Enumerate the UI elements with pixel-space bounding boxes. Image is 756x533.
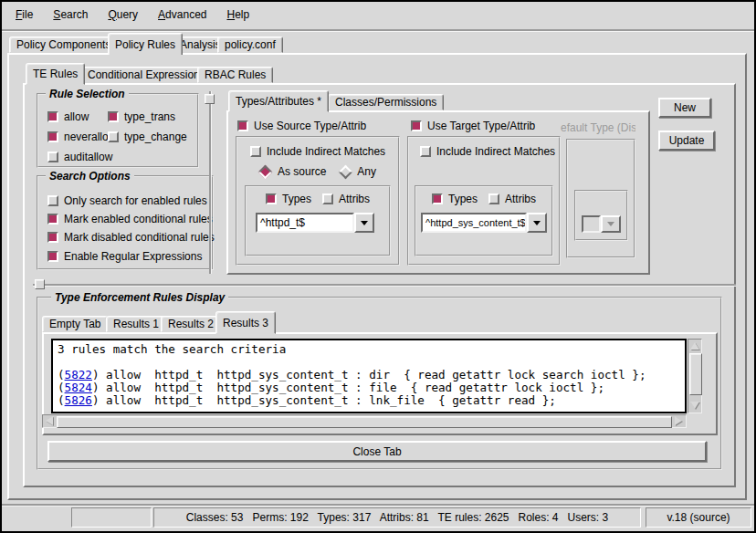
status-stats-box: Classes: 53 Perms: 192 Types: 317 Attrib… bbox=[153, 507, 641, 528]
menu-search[interactable]: Search bbox=[50, 6, 90, 23]
target-types-row: Types Attribs bbox=[415, 193, 553, 205]
checkbox-target-attribs[interactable]: Attribs bbox=[488, 193, 536, 205]
result-rule-line: (5822) allow httpd_t httpd_sys_content_t… bbox=[58, 369, 680, 381]
menu-advanced[interactable]: Advanced bbox=[155, 6, 209, 23]
checkbox-indicator bbox=[488, 193, 499, 204]
dropdown-button[interactable] bbox=[527, 213, 547, 233]
checkbox-indicator bbox=[47, 214, 58, 225]
menu-separator bbox=[2, 29, 754, 31]
tab-conditional-expressions[interactable]: Conditional Expressions bbox=[80, 67, 213, 83]
checkbox-only-enabled-rules[interactable]: Only search for enabled rules bbox=[47, 194, 207, 207]
tab-policy-rules[interactable]: Policy Rules bbox=[108, 33, 183, 55]
checkbox-indicator bbox=[322, 193, 333, 204]
tab-results-2[interactable]: Results 2 bbox=[161, 316, 221, 332]
results-text-area[interactable]: 3 rules match the search criteria (5822)… bbox=[51, 339, 687, 413]
checkbox-indicator bbox=[411, 120, 422, 131]
checkbox-indicator bbox=[47, 232, 58, 243]
source-combo-dropdown-button[interactable] bbox=[354, 213, 374, 233]
status-empty-box bbox=[71, 507, 152, 528]
source-radio-row: As source Any bbox=[241, 165, 394, 178]
dropdown-button bbox=[601, 215, 621, 233]
blank-line bbox=[58, 356, 680, 369]
close-tab-button[interactable]: Close Tab bbox=[47, 441, 707, 462]
target-type-entry[interactable]: ^httpd_sys_content_t$ bbox=[421, 213, 527, 233]
horizontal-sash bbox=[33, 284, 736, 286]
checkbox-allow[interactable]: allow bbox=[47, 110, 89, 123]
checkbox-source-types[interactable]: Types bbox=[266, 193, 311, 205]
checkbox-source-include-indirect[interactable]: Include Indirect Matches bbox=[250, 145, 385, 158]
checkbox-source-attribs[interactable]: Attribs bbox=[322, 193, 370, 205]
status-version-box: v.18 (source) bbox=[646, 507, 751, 528]
checkbox-mark-disabled-conditional[interactable]: Mark disabled conditional rules bbox=[47, 231, 215, 244]
vertical-sash-handle[interactable] bbox=[205, 94, 215, 104]
app-window: File Search Query Advanced Help Policy C… bbox=[0, 0, 756, 533]
tab-results-1[interactable]: Results 1 bbox=[106, 316, 166, 332]
radio-as-source[interactable]: As source bbox=[259, 165, 326, 178]
checkbox-indicator bbox=[432, 193, 443, 204]
horizontal-scrollbar[interactable] bbox=[42, 414, 687, 428]
rule-id-link[interactable]: 5824 bbox=[65, 381, 92, 394]
source-type-combobox: ^httpd_t$ bbox=[256, 213, 374, 233]
checkbox-target-types[interactable]: Types bbox=[432, 193, 478, 205]
scroll-right-arrow-icon[interactable] bbox=[675, 416, 682, 425]
horizontal-sash-handle[interactable] bbox=[35, 279, 45, 289]
tab-te-rules[interactable]: TE Rules bbox=[26, 63, 85, 85]
tab-policy-components[interactable]: Policy Components bbox=[9, 37, 118, 53]
dropdown-arrow-icon bbox=[607, 222, 614, 226]
checkbox-target-include-indirect[interactable]: Include Indirect Matches bbox=[420, 145, 555, 158]
checkbox-neverallow[interactable]: neverallow bbox=[47, 131, 116, 143]
result-rule-line: (5824) allow httpd_t httpd_sys_content_t… bbox=[58, 381, 680, 394]
target-type-combobox: ^httpd_sys_content_t$ bbox=[421, 213, 547, 233]
checkbox-indicator bbox=[47, 152, 58, 162]
tab-empty-tab[interactable]: Empty Tab bbox=[42, 316, 108, 332]
checkbox-indicator bbox=[47, 111, 58, 122]
new-button[interactable]: New bbox=[658, 98, 711, 118]
search-options-title: Search Options bbox=[46, 170, 134, 183]
checkbox-indicator bbox=[47, 195, 58, 206]
checkbox-enable-regex[interactable]: Enable Regular Expressions bbox=[47, 250, 202, 263]
status-stats: Classes: 53 Perms: 192 Types: 317 Attrib… bbox=[186, 511, 608, 524]
tab-types-attributes[interactable]: Types/Attributes * bbox=[228, 90, 329, 112]
radio-indicator bbox=[339, 165, 352, 178]
scroll-up-arrow-icon[interactable] bbox=[690, 342, 699, 350]
radio-indicator bbox=[259, 165, 272, 178]
vertical-scrollbar[interactable] bbox=[688, 339, 702, 413]
checkbox-indicator bbox=[237, 120, 248, 131]
rule-id-link[interactable]: 5826 bbox=[65, 393, 92, 407]
scroll-down-arrow-icon[interactable] bbox=[690, 402, 699, 409]
checkbox-indicator bbox=[108, 131, 119, 142]
menu-file[interactable]: File bbox=[13, 6, 36, 23]
vertical-scrollbar-thumb[interactable] bbox=[689, 353, 702, 395]
scroll-left-arrow-icon[interactable] bbox=[46, 416, 53, 425]
rule-id-link[interactable]: 5822 bbox=[65, 368, 92, 381]
tab-policy-conf[interactable]: policy.conf bbox=[217, 37, 283, 53]
checkbox-indicator bbox=[266, 193, 277, 204]
vertical-sash bbox=[209, 91, 211, 274]
results-summary: 3 rules match the search criteria bbox=[58, 343, 680, 356]
menu-query[interactable]: Query bbox=[105, 6, 141, 23]
horizontal-scrollbar-thumb[interactable] bbox=[57, 416, 672, 428]
default-type-combobox bbox=[582, 215, 621, 233]
status-version: v.18 (source) bbox=[667, 511, 730, 524]
checkbox-indicator bbox=[47, 251, 58, 262]
statusbar-separator bbox=[2, 504, 754, 506]
tab-classes-permissions[interactable]: Classes/Permissions bbox=[328, 94, 444, 110]
source-type-entry[interactable]: ^httpd_t$ bbox=[256, 213, 354, 233]
update-button[interactable]: Update bbox=[658, 131, 715, 151]
tab-results-3[interactable]: Results 3 bbox=[215, 311, 276, 334]
radio-any[interactable]: Any bbox=[339, 165, 376, 178]
rule-selection-title: Rule Selection bbox=[46, 88, 129, 100]
checkbox-mark-enabled-conditional[interactable]: Mark enabled conditional rules bbox=[47, 213, 213, 225]
result-rule-line: (5826) allow httpd_t httpd_sys_content_t… bbox=[58, 394, 680, 407]
checkbox-type-trans[interactable]: type_trans bbox=[108, 110, 175, 123]
checkbox-type-change[interactable]: type_change bbox=[108, 131, 187, 143]
source-types-row: Types Attribs bbox=[245, 193, 391, 205]
tab-rbac-rules[interactable]: RBAC Rules bbox=[197, 67, 273, 83]
checkbox-use-target-type[interactable]: Use Target Type/Attrib bbox=[411, 120, 535, 132]
menu-bar: File Search Query Advanced Help bbox=[2, 2, 754, 27]
menu-help[interactable]: Help bbox=[224, 6, 252, 23]
checkbox-auditallow[interactable]: auditallow bbox=[47, 151, 112, 163]
checkbox-use-source-type[interactable]: Use Source Type/Attrib bbox=[237, 120, 366, 132]
default-type-label: efault Type (Disa bbox=[561, 121, 635, 134]
checkbox-indicator bbox=[108, 111, 119, 122]
